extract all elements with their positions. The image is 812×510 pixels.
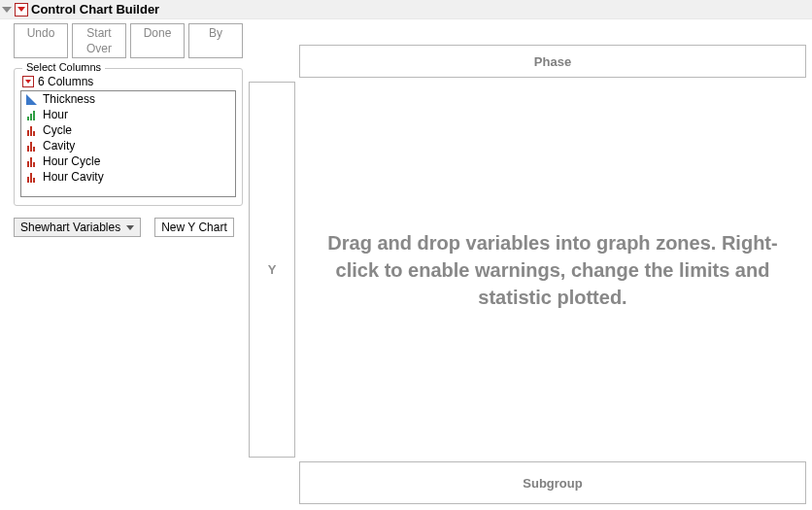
list-item[interactable]: Thickness <box>21 91 235 107</box>
select-columns-legend: Select Columns <box>22 61 105 73</box>
column-name: Hour <box>43 108 68 121</box>
chart-type-select[interactable]: Shewhart Variables <box>14 218 141 237</box>
nominal-icon <box>25 171 37 183</box>
done-button[interactable]: Done <box>130 23 185 58</box>
chevron-down-icon <box>126 225 134 230</box>
list-item[interactable]: Hour Cavity <box>21 169 235 185</box>
phase-drop-zone[interactable]: Phase <box>299 45 806 78</box>
body: Undo Start Over Done By Select Columns 6… <box>0 19 812 510</box>
nominal-icon <box>25 124 37 136</box>
disclosure-triangle-icon[interactable] <box>2 7 12 13</box>
subgroup-drop-zone[interactable]: Subgroup <box>299 461 806 504</box>
start-over-button[interactable]: Start Over <box>72 23 126 58</box>
nominal-icon <box>25 155 37 167</box>
column-name: Hour Cavity <box>43 170 104 184</box>
panel-menu-icon[interactable] <box>15 3 28 17</box>
nominal-icon <box>25 140 37 152</box>
new-y-chart-button[interactable]: New Y Chart <box>154 218 234 237</box>
by-button[interactable]: By <box>188 23 243 58</box>
columns-menu-icon[interactable] <box>22 76 34 87</box>
panel-title: Control Chart Builder <box>31 2 159 17</box>
column-name: Thickness <box>43 92 95 106</box>
list-item[interactable]: Cycle <box>21 122 235 138</box>
column-name: Cycle <box>43 123 72 137</box>
chart-type-value: Shewhart Variables <box>20 221 120 234</box>
drop-zones: Phase Y Drag and drop variables into gra… <box>249 45 806 504</box>
control-chart-builder-root: Control Chart Builder Undo Start Over Do… <box>0 0 812 510</box>
column-name: Hour Cycle <box>43 154 100 168</box>
canvas-hint-text: Drag and drop variables into graph zones… <box>322 229 783 311</box>
undo-button[interactable]: Undo <box>14 23 68 58</box>
list-item[interactable]: Cavity <box>21 138 235 153</box>
list-item[interactable]: Hour Cycle <box>21 153 235 169</box>
toolbar: Undo Start Over Done By <box>14 23 243 58</box>
ordinal-icon <box>25 109 37 120</box>
column-name: Cavity <box>43 139 75 153</box>
list-item[interactable]: Hour <box>21 107 235 122</box>
below-columns-row: Shewhart Variables New Y Chart <box>14 218 243 237</box>
continuous-icon <box>25 93 37 105</box>
columns-header[interactable]: 6 Columns <box>20 75 236 88</box>
titlebar: Control Chart Builder <box>0 0 812 19</box>
columns-count-label: 6 Columns <box>38 75 93 88</box>
y-drop-zone[interactable]: Y <box>249 82 295 458</box>
select-columns-fieldset: Select Columns 6 Columns Thickness Hour <box>14 68 243 206</box>
columns-listbox[interactable]: Thickness Hour Cycle Cavity <box>20 90 236 197</box>
left-panel: Undo Start Over Done By Select Columns 6… <box>14 23 243 504</box>
graph-canvas[interactable]: Drag and drop variables into graph zones… <box>299 82 806 458</box>
